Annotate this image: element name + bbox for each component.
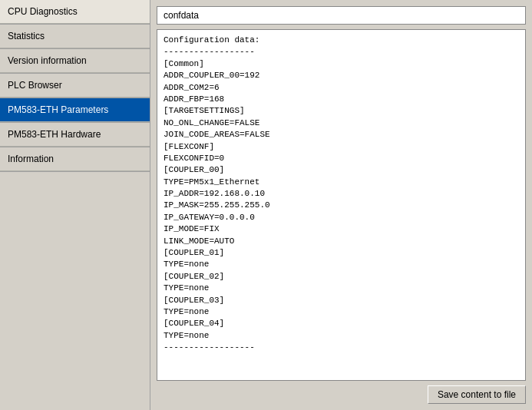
main-container: CPU Diagnostics Statistics Version infor… xyxy=(0,0,532,410)
sidebar-item-cpu-diagnostics-label: CPU Diagnostics xyxy=(8,6,142,17)
sidebar-item-pm583-eth-hardware-label: PM583-ETH Hardware xyxy=(8,129,142,140)
sidebar-item-plc-browser-label: PLC Browser xyxy=(8,80,142,91)
save-content-button[interactable]: Save content to file xyxy=(428,385,526,404)
sidebar-item-pm583-eth-parameters-label: PM583-ETH Parameters xyxy=(8,104,142,115)
content-area: confdata Configuration data: -----------… xyxy=(150,0,532,410)
sidebar-item-version-information-label: Version information xyxy=(8,55,142,66)
sidebar-divider-7 xyxy=(0,171,150,172)
sidebar-item-information[interactable]: Information xyxy=(0,147,150,171)
sidebar-item-pm583-eth-parameters[interactable]: PM583-ETH Parameters xyxy=(0,98,150,122)
sidebar: CPU Diagnostics Statistics Version infor… xyxy=(0,0,150,410)
sidebar-item-cpu-diagnostics[interactable]: CPU Diagnostics xyxy=(0,0,150,24)
sidebar-item-statistics[interactable]: Statistics xyxy=(0,25,150,48)
config-text-display[interactable]: Configuration data: ------------------ [… xyxy=(157,29,526,381)
sidebar-item-information-label: Information xyxy=(8,154,142,164)
sidebar-item-statistics-label: Statistics xyxy=(8,31,142,41)
sidebar-item-version-information[interactable]: Version information xyxy=(0,49,150,73)
content-title: confdata xyxy=(157,6,526,25)
sidebar-item-pm583-eth-hardware[interactable]: PM583-ETH Hardware xyxy=(0,123,150,147)
bottom-bar: Save content to file xyxy=(157,381,526,404)
sidebar-item-plc-browser[interactable]: PLC Browser xyxy=(0,74,150,98)
